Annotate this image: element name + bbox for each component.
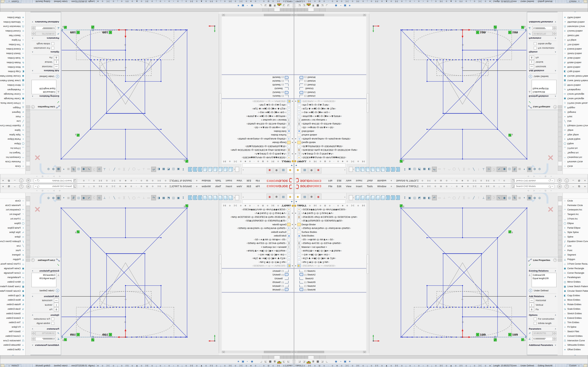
commandmanager-tab[interactable] [558, 211, 562, 216]
drawing-sheet-icon[interactable] [349, 167, 353, 172]
tree-item[interactable]: ▶ Design Binder [294, 141, 366, 144]
relation-item[interactable]: Collinear108 [533, 90, 555, 93]
tool-button[interactable]: ⇲ Scale Entities [0, 307, 25, 311]
sketch-toolbar-icon[interactable]: ▭ [146, 195, 151, 200]
tool-button[interactable]: ≡ Offset Entities [0, 347, 25, 352]
tool-button[interactable]: ◧ Copy Entities [0, 293, 25, 298]
document-tab[interactable] [308, 355, 314, 359]
commandmanager-tab[interactable] [26, 235, 30, 240]
sketch-item[interactable]: (-) Sketch6 [222, 75, 294, 79]
tool-button[interactable]: ◇ 3 Point Center Recta... [563, 262, 588, 266]
sketch-toolbar-icon[interactable]: ▦ [66, 195, 71, 200]
sketch-toolbar-icon[interactable]: ↶ [432, 195, 437, 200]
relation-item[interactable]: Equal length109 [533, 277, 555, 280]
view-orientation-cube-icon[interactable] [376, 167, 380, 172]
document-tab[interactable] [262, 355, 268, 359]
bottom-toolbar-icon[interactable]: ▣ [343, 359, 347, 364]
panel-tab[interactable]: ◉ [267, 167, 273, 173]
tree-item[interactable]: ▱ ○⊕ИΝ◎♟+○∗◉[○◎○]◉∗○+♟◎ΝИ⊕○ [222, 249, 294, 253]
menu-item[interactable]: Edit [244, 178, 253, 183]
option-infinite-length[interactable]: Infinite length [527, 321, 558, 325]
view-orientation-cube-icon[interactable] [188, 195, 192, 200]
add-relation-vertical[interactable]: |Vertical [30, 302, 61, 307]
tool-button[interactable]: ▪ Point [563, 248, 588, 253]
drawing-sheet-icon[interactable] [235, 167, 239, 172]
relation-item[interactable]: Collinear108 [33, 90, 55, 93]
expand-arrow-icon[interactable]: ▶ [294, 100, 297, 102]
tool-button[interactable]: ◠ Centerpoint Arc [563, 208, 588, 212]
commandmanager-tab[interactable] [26, 117, 30, 122]
panel-tab[interactable]: ⊕ [308, 194, 315, 200]
tree-item[interactable]: ▱ ○⊕ʒƆ◦♟○∗◉[○◎○]◉∗○♟◦Ɔʒ⊕○ [294, 107, 366, 111]
relation-item[interactable]: Equal length109 [33, 277, 55, 280]
quick-access-toolbar[interactable]: ⊙ ƎƐ ⊙ Ш ⊙ ◦ ⊙ ⊕ ⊙ ƆC ⊙ ƎƐ ⊙ ¡ ⊙ ƎƐ ⊙ ♟ … [422, 179, 509, 182]
view-orientation-cube-icon[interactable] [371, 195, 374, 200]
tree-item[interactable]: Σ ○Ƨ5ИΝ◎◦⊕ΑΓƧƐ○◎○ƐƧΓΑ⊕◦◎ΝИ5Ƨ○ [222, 241, 294, 245]
bottom-toolbar-icon[interactable] [329, 359, 334, 364]
sketch-toolbar-icon[interactable]: ◫ [76, 195, 81, 200]
tool-button[interactable]: ◬ Polygon [563, 257, 588, 262]
toolbar-grip[interactable] [295, 4, 296, 7]
chevron-right-icon[interactable]: › [243, 195, 244, 198]
drawing-sheet-icon[interactable] [235, 195, 239, 200]
expand-arrow-icon[interactable]: ▶ [291, 227, 294, 229]
tree-item[interactable]: ≣ Material < not specified > [294, 245, 366, 249]
sketch-toolbar-icon[interactable]: ▣ [407, 167, 412, 172]
scroll-left-icon[interactable]: ◂ [294, 14, 297, 16]
commandmanager-tab[interactable] [26, 112, 30, 117]
sketch-item[interactable]: (-) Sketch4 [222, 79, 294, 83]
caret-icon[interactable]: ▾ [353, 169, 354, 170]
collapse-icon[interactable]: ∧ [549, 95, 556, 97]
view-orientation-cube-icon[interactable] [396, 195, 400, 200]
bottom-toolbar-icon[interactable]: ◉ [250, 359, 254, 364]
tool-button[interactable]: ◧ Copy Entities [563, 293, 588, 298]
sketch-toolbar-icon[interactable]: ╱ [471, 195, 476, 200]
sketch-toolbar-icon[interactable]: ◇ [117, 195, 121, 200]
angle-spinner[interactable]: ▲▼ [553, 26, 556, 30]
tool-button[interactable]: ◯ Ellipse [0, 221, 25, 226]
search-input[interactable] [516, 179, 548, 182]
quick-access-toolbar[interactable]: ⊙ ƎƐ ⊙ Ш ⊙ ◦ ⊙ ⊕ ⊙ ƆC ⊙ ƎƐ ⊙ ¡ ⊙ ƎƐ ⊙ ♟ … [422, 185, 509, 188]
commandmanager-tab[interactable] [26, 127, 30, 132]
menu-item[interactable]: File [326, 184, 335, 189]
commandmanager-tab[interactable] [558, 112, 562, 117]
relation-item[interactable]: Equal length109 [533, 87, 555, 90]
tree-filter[interactable] [242, 200, 294, 204]
sketch-toolbar-icon[interactable]: ⇅ [71, 167, 76, 172]
menu-item[interactable]: Window [199, 178, 213, 183]
document-tab[interactable] [320, 355, 326, 359]
sketch-toolbar-icon[interactable]: ↧ [181, 167, 185, 172]
sketch-toolbar-icon[interactable]: ◫ [507, 195, 512, 200]
add-relation-vertical[interactable]: |Vertical [527, 60, 558, 65]
view-orientation-cube-icon[interactable] [376, 195, 380, 200]
tool-button[interactable]: ◑ Silhouette Entities [563, 343, 588, 347]
tag-icon[interactable] [583, 0, 587, 3]
tree-splitter[interactable] [294, 292, 366, 293]
sketch-toolbar-icon[interactable]: ◇ [467, 195, 471, 200]
sketch-item[interactable]: (-) Sketch2 [222, 273, 294, 277]
tree-splitter[interactable] [222, 268, 294, 269]
toolbar-grip[interactable] [292, 360, 293, 363]
tool-button[interactable]: ▭ Corner Rectangle [0, 92, 25, 96]
help-icon[interactable]: ? [31, 258, 35, 262]
expand-arrow-icon[interactable]: ▶ [294, 153, 297, 155]
view-orientation-cube-icon[interactable] [229, 195, 232, 200]
panel-splitter[interactable] [366, 14, 369, 174]
tool-button[interactable]: ◜ Tangent Arc [563, 212, 588, 217]
add-relation-vertical[interactable]: |Vertical [527, 302, 558, 307]
sketch-toolbar-icon[interactable]: ▩ [56, 195, 61, 200]
menu-item[interactable]: Insert [354, 184, 364, 189]
sketch-toolbar-icon[interactable]: ◩ [166, 195, 171, 200]
search-icon[interactable] [37, 185, 39, 187]
expand-arrow-icon[interactable]: ▶ [294, 227, 297, 229]
option-for-construction[interactable]: For construction [527, 317, 558, 321]
length-spinner[interactable]: ▲▼ [32, 32, 35, 36]
commandmanager-tab[interactable] [558, 137, 562, 141]
sketch-toolbar-icon[interactable]: ╳ [462, 167, 466, 172]
expand-arrow-icon[interactable]: ▶ [291, 142, 294, 143]
commandmanager-tab[interactable] [26, 240, 30, 245]
tree-splitter[interactable] [294, 268, 366, 269]
tool-button[interactable]: ↻ Rotate Entities [0, 302, 25, 307]
commandmanager-tab[interactable] [558, 161, 562, 166]
ok-button[interactable]: ✓ [30, 100, 61, 104]
